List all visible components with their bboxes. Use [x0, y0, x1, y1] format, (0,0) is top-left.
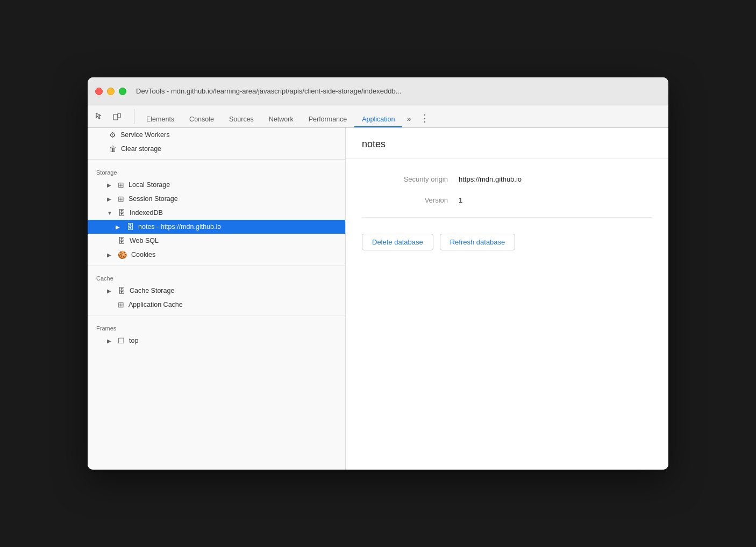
session-storage-arrow: ▶: [107, 196, 113, 202]
cache-storage-icon: 🗄: [118, 286, 125, 295]
indexeddb-arrow: ▼: [107, 210, 113, 216]
sidebar-item-indexeddb[interactable]: ▼ 🗄 IndexedDB: [88, 206, 345, 220]
indexeddb-icon: 🗄: [118, 208, 125, 217]
web-sql-label: Web SQL: [130, 237, 337, 244]
session-storage-label: Session Storage: [129, 195, 337, 203]
device-icon: [112, 112, 121, 121]
cookies-icon: 🍪: [118, 250, 127, 259]
device-toggle-button[interactable]: [109, 109, 124, 124]
sidebar-item-web-sql[interactable]: 🗄 Web SQL: [88, 234, 345, 248]
content-panel: notes Security origin https://mdn.github…: [346, 128, 668, 470]
actions-row: Delete database Refresh database: [362, 234, 652, 250]
sidebar-item-notes-db[interactable]: ▶ 🗄 notes - https://mdn.github.io: [88, 220, 345, 234]
cookies-label: Cookies: [131, 251, 337, 258]
sidebar-item-local-storage[interactable]: ▶ ⊞ Local Storage: [88, 178, 345, 192]
trash-icon: 🗑: [109, 145, 117, 153]
security-origin-value: https://mdn.github.io: [459, 175, 522, 183]
content-header: notes: [346, 128, 668, 159]
version-row: Version 1: [362, 196, 652, 204]
main-area: ⚙ Service Workers 🗑 Clear storage Storag…: [88, 128, 668, 470]
app-cache-label: Application Cache: [129, 301, 337, 308]
sidebar-item-app-cache[interactable]: ⊞ Application Cache: [88, 298, 345, 312]
sidebar-divider-3: [88, 315, 345, 315]
devtools-window: DevTools - mdn.github.io/learning-area/j…: [88, 77, 668, 470]
local-storage-icon: ⊞: [118, 181, 124, 189]
sidebar-item-cookies[interactable]: ▶ 🍪 Cookies: [88, 248, 345, 262]
toolbar-separator: [134, 109, 134, 124]
tab-network[interactable]: Network: [261, 112, 301, 127]
more-tabs-button[interactable]: »: [402, 111, 415, 127]
sidebar-item-top[interactable]: ▶ ☐ top: [88, 334, 345, 348]
notes-db-icon: 🗄: [126, 222, 134, 231]
traffic-lights: [95, 88, 126, 95]
close-button[interactable]: [95, 88, 103, 95]
tab-elements[interactable]: Elements: [139, 112, 182, 127]
web-sql-icon: 🗄: [118, 236, 125, 245]
top-label: top: [129, 337, 337, 344]
tab-application[interactable]: Application: [354, 112, 402, 127]
clear-storage-label: Clear storage: [121, 145, 337, 153]
cache-storage-arrow: ▶: [107, 288, 113, 294]
storage-section-label: Storage: [88, 163, 345, 178]
frames-section-label: Frames: [88, 319, 345, 334]
menu-dots-icon: ⋮: [420, 112, 430, 124]
toolbar-icons: [92, 109, 124, 127]
minimize-button[interactable]: [107, 88, 115, 95]
sidebar-item-cache-storage[interactable]: ▶ 🗄 Cache Storage: [88, 284, 345, 298]
local-storage-arrow: ▶: [107, 182, 113, 188]
notes-arrow: ▶: [116, 224, 122, 230]
titlebar: DevTools - mdn.github.io/learning-area/j…: [88, 77, 668, 105]
inspect-element-button[interactable]: [92, 109, 107, 124]
sidebar-item-session-storage[interactable]: ▶ ⊞ Session Storage: [88, 192, 345, 206]
top-arrow: ▶: [107, 338, 113, 344]
cache-storage-label: Cache Storage: [130, 287, 337, 294]
delete-database-button[interactable]: Delete database: [362, 234, 433, 250]
refresh-database-button[interactable]: Refresh database: [440, 234, 516, 250]
content-body: Security origin https://mdn.github.io Ve…: [346, 159, 668, 470]
session-storage-icon: ⊞: [118, 195, 124, 203]
content-divider: [362, 217, 652, 218]
sidebar-divider-1: [88, 159, 345, 160]
cookies-arrow: ▶: [107, 252, 113, 258]
security-origin-row: Security origin https://mdn.github.io: [362, 175, 652, 183]
version-label: Version: [362, 196, 448, 204]
devtools-menu-button[interactable]: ⋮: [417, 112, 432, 127]
local-storage-label: Local Storage: [129, 181, 337, 189]
service-workers-label: Service Workers: [120, 131, 337, 139]
version-value: 1: [459, 196, 462, 204]
tab-console[interactable]: Console: [182, 112, 222, 127]
frame-icon: ☐: [118, 336, 125, 345]
svg-rect-0: [113, 114, 118, 120]
indexeddb-label: IndexedDB: [130, 209, 337, 217]
cache-section-label: Cache: [88, 269, 345, 284]
tab-performance[interactable]: Performance: [301, 112, 355, 127]
svg-rect-1: [118, 113, 120, 118]
content-title: notes: [362, 139, 386, 149]
service-workers-icon: ⚙: [109, 131, 116, 139]
window-title: DevTools - mdn.github.io/learning-area/j…: [136, 87, 402, 95]
sidebar-item-service-workers[interactable]: ⚙ Service Workers: [88, 128, 345, 142]
inspect-icon: [95, 112, 104, 121]
tab-sources[interactable]: Sources: [222, 112, 261, 127]
sidebar-divider-2: [88, 265, 345, 265]
security-origin-label: Security origin: [362, 175, 448, 183]
sidebar: ⚙ Service Workers 🗑 Clear storage Storag…: [88, 128, 346, 470]
toolbar: Elements Console Sources Network Perform…: [88, 105, 668, 128]
maximize-button[interactable]: [119, 88, 126, 95]
app-cache-icon: ⊞: [118, 300, 124, 309]
notes-db-label: notes - https://mdn.github.io: [138, 223, 337, 231]
sidebar-item-clear-storage[interactable]: 🗑 Clear storage: [88, 142, 345, 156]
